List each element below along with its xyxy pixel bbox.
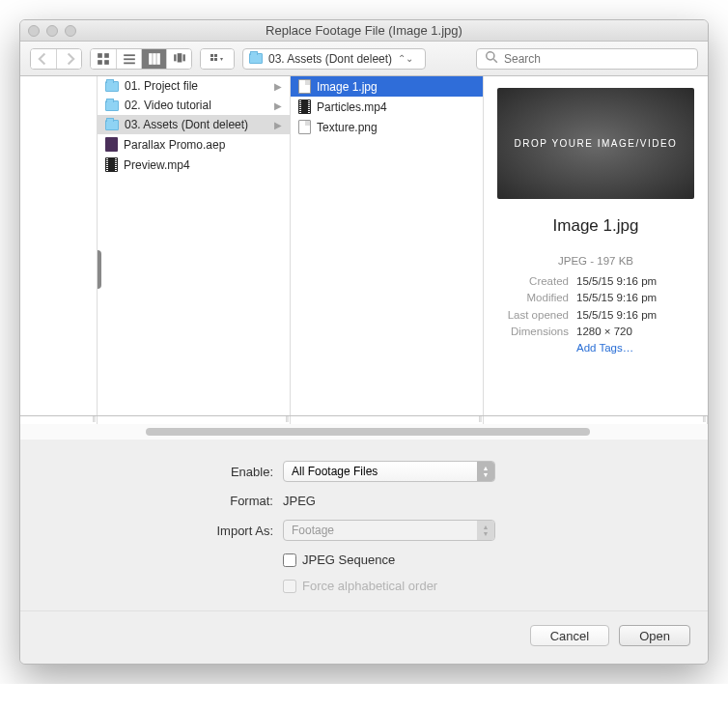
force-alpha-checkbox: Force alphabetical order — [283, 579, 437, 593]
column-view-button[interactable] — [141, 49, 166, 69]
grid-dropdown-icon — [210, 52, 224, 66]
coverflow-view-button[interactable] — [166, 49, 191, 69]
path-popup[interactable]: 03. Assets (Dont deleet) ⌃⌄ — [242, 48, 426, 70]
import-as-select[interactable]: Footage ▲▼ — [283, 520, 495, 541]
svg-rect-14 — [214, 54, 217, 57]
svg-rect-12 — [182, 54, 184, 61]
cancel-button[interactable]: Cancel — [530, 625, 609, 646]
toolbar: 03. Assets (Dont deleet) ⌃⌄ — [20, 42, 708, 76]
list-item[interactable]: 02. Video tutorial▶ — [98, 96, 290, 115]
chevron-right-icon: ▶ — [274, 100, 282, 111]
video-file-icon — [298, 99, 311, 114]
svg-rect-1 — [104, 53, 109, 58]
list-icon — [123, 52, 136, 66]
arrange-segment — [200, 48, 235, 70]
svg-point-17 — [487, 52, 494, 60]
chevron-right-icon: ▶ — [274, 120, 282, 130]
resize-handle[interactable] — [484, 416, 708, 424]
open-button[interactable]: Open — [619, 625, 690, 646]
search-icon — [485, 50, 498, 67]
folder-icon — [249, 53, 263, 64]
jpeg-sequence-checkbox[interactable]: JPEG Sequence — [283, 553, 395, 567]
enable-select[interactable]: All Footage Files ▲▼ — [283, 461, 495, 482]
list-view-button[interactable] — [116, 49, 141, 69]
resize-handle[interactable] — [98, 416, 291, 424]
svg-rect-10 — [174, 54, 176, 61]
aep-file-icon — [105, 137, 118, 152]
checkbox-input[interactable] — [283, 553, 296, 567]
file-browser: 01. Project file▶ 02. Video tutorial▶ 03… — [20, 76, 708, 416]
back-button[interactable] — [31, 49, 56, 69]
import-as-label: Import As: — [40, 524, 283, 538]
window-title: Replace Footage File (Image 1.jpg) — [20, 23, 708, 38]
svg-rect-13 — [210, 54, 213, 57]
search-field[interactable] — [476, 48, 698, 70]
enable-label: Enable: — [40, 465, 283, 479]
list-item[interactable]: 03. Assets (Dont deleet)▶ — [98, 115, 290, 134]
dialog-window: Replace Footage File (Image 1.jpg) — [19, 19, 709, 665]
list-item[interactable]: Particles.mp4 — [291, 97, 483, 117]
folder-column: 01. Project file▶ 02. Video tutorial▶ 03… — [98, 76, 291, 415]
list-item[interactable]: Image 1.jpg — [291, 76, 483, 97]
select-arrows-icon: ▲▼ — [477, 521, 494, 540]
scrollbar-thumb[interactable] — [146, 428, 590, 436]
list-item[interactable]: Parallax Promo.aep — [98, 134, 290, 155]
sidebar-column — [20, 76, 98, 415]
svg-rect-15 — [210, 58, 213, 61]
chevron-updown-icon: ⌃⌄ — [398, 53, 413, 64]
horizontal-scrollbar[interactable] — [20, 424, 708, 440]
preview-metadata: JPEG - 197 KB Created15/5/15 9:16 pm Mod… — [497, 253, 694, 357]
chevron-right-icon: ▶ — [274, 81, 282, 92]
checkbox-input — [283, 580, 296, 593]
svg-rect-2 — [98, 60, 102, 65]
path-label: 03. Assets (Dont deleet) — [268, 52, 392, 66]
icon-view-button[interactable] — [91, 49, 116, 69]
svg-rect-16 — [214, 58, 217, 61]
arrange-button[interactable] — [201, 49, 234, 69]
select-arrows-icon: ▲▼ — [477, 462, 494, 481]
format-label: Format: — [40, 494, 283, 508]
list-item[interactable]: 01. Project file▶ — [98, 76, 290, 96]
preview-column: DROP YOURE IMAGE/VIDEO Image 1.jpg JPEG … — [484, 76, 708, 415]
dialog-footer: Cancel Open — [20, 610, 708, 664]
svg-rect-11 — [177, 53, 182, 62]
preview-filename: Image 1.jpg — [497, 216, 694, 236]
resize-handle[interactable] — [20, 416, 98, 424]
grid-icon — [97, 52, 110, 66]
svg-rect-5 — [124, 58, 135, 60]
add-tags-link[interactable]: Add Tags… — [576, 340, 633, 356]
nav-back-forward — [30, 48, 82, 70]
folder-icon — [105, 100, 119, 111]
folder-icon — [105, 81, 119, 92]
svg-rect-7 — [149, 53, 153, 65]
folder-icon — [105, 120, 119, 130]
minimize-icon[interactable] — [46, 25, 58, 37]
traffic-lights — [28, 25, 76, 37]
chevron-left-icon — [37, 52, 50, 66]
svg-rect-0 — [98, 53, 102, 58]
svg-line-18 — [493, 59, 496, 63]
preview-type-size: JPEG - 197 KB — [497, 253, 694, 269]
chevron-right-icon — [63, 52, 76, 66]
resize-handle[interactable] — [291, 416, 484, 424]
zoom-icon[interactable] — [65, 25, 76, 37]
close-icon[interactable] — [28, 25, 40, 37]
column-resize-handles — [20, 416, 708, 424]
svg-rect-4 — [124, 54, 135, 56]
svg-rect-8 — [153, 53, 156, 65]
svg-rect-9 — [156, 53, 160, 65]
svg-rect-6 — [124, 62, 135, 64]
list-item[interactable]: Texture.png — [291, 117, 483, 137]
list-item[interactable]: Preview.mp4 — [98, 155, 290, 175]
file-column: Image 1.jpg Particles.mp4 Texture.png — [291, 76, 484, 415]
format-value: JPEG — [283, 494, 316, 508]
scroll-indicator[interactable] — [98, 250, 101, 289]
import-options: Enable: All Footage Files ▲▼ Format: JPE… — [20, 440, 708, 610]
search-input[interactable] — [504, 52, 689, 66]
forward-button[interactable] — [56, 49, 81, 69]
columns-icon — [148, 52, 161, 66]
view-mode-segment — [90, 48, 192, 70]
image-file-icon — [298, 120, 311, 134]
coverflow-icon — [173, 52, 186, 66]
preview-thumbnail: DROP YOURE IMAGE/VIDEO — [497, 88, 694, 199]
